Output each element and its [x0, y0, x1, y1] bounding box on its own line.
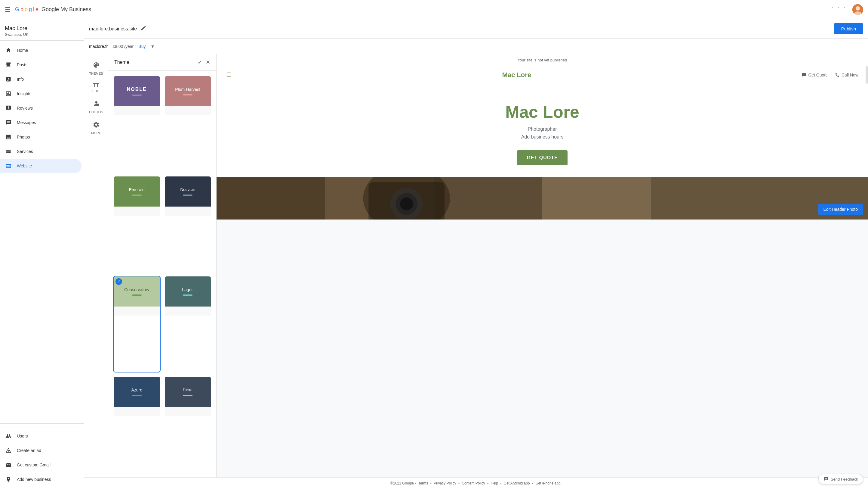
- footer-help-link[interactable]: Help: [491, 481, 498, 485]
- domain-name: maclore.fr: [89, 44, 108, 49]
- info-icon: [5, 76, 12, 83]
- url-bar: mac-lore.business.site Publish: [84, 19, 868, 38]
- sidebar-item-photos[interactable]: Photos: [0, 130, 82, 144]
- sidebar-item-home[interactable]: Home: [0, 43, 82, 58]
- sidebar-item-gmail[interactable]: Get custom Gmail: [0, 458, 82, 472]
- apps-grid-icon[interactable]: ⋮⋮⋮: [830, 6, 847, 13]
- sidebar-label-messages: Messages: [17, 120, 36, 125]
- sidebar-item-users[interactable]: Users: [0, 429, 82, 443]
- sidebar-label-info: Info: [17, 77, 24, 82]
- sidebar-item-add-business[interactable]: Add new business: [0, 472, 82, 487]
- sidebar: Mac Lore Swansea, UK Home Posts: [0, 19, 84, 489]
- site-url: mac-lore.business.site: [89, 26, 137, 32]
- theme-card-azure[interactable]: Azure: [113, 376, 161, 473]
- theme-card-emerald[interactable]: Emerald: [113, 176, 161, 272]
- logo-g2: g: [29, 6, 32, 13]
- theme-close-button[interactable]: ✕: [206, 59, 210, 66]
- preview-cta-button[interactable]: GET QUOTE: [517, 150, 567, 165]
- app-title: Google My Business: [41, 6, 91, 13]
- themes-tool-label: THEMES: [89, 71, 103, 75]
- messages-icon: [5, 119, 12, 126]
- footer-separator-2: -: [430, 481, 433, 485]
- sidebar-item-create-ad[interactable]: Create an ad: [0, 443, 82, 458]
- sidebar-label-users: Users: [17, 434, 28, 438]
- sidebar-item-posts[interactable]: Posts: [0, 58, 82, 72]
- sidebar-item-services[interactable]: Services: [0, 144, 82, 159]
- tool-edit[interactable]: TT EDIT: [85, 80, 107, 95]
- preview-menu-icon[interactable]: ☰: [226, 71, 231, 79]
- footer-separator-4: -: [487, 481, 489, 485]
- preview-subtitle-line2: Add business hours: [521, 133, 564, 141]
- domain-price: £8.00 /year: [113, 44, 133, 49]
- add-business-icon: [5, 476, 12, 483]
- logo-o2: o: [25, 6, 28, 13]
- get-quote-label: Get Quote: [808, 73, 828, 77]
- edit-url-icon[interactable]: [141, 25, 147, 32]
- posts-icon: [5, 61, 12, 68]
- theme-panel: Theme ✓ ✕ NOBLE: [108, 54, 217, 477]
- theme-card-conservatory[interactable]: ✓ Conservatory: [113, 276, 161, 372]
- theme-confirm-button[interactable]: ✓: [197, 59, 202, 66]
- insights-icon: [5, 90, 12, 97]
- photos-tool-label: PHOTOS: [89, 110, 103, 114]
- preview-call-now-link[interactable]: Call Now: [835, 73, 858, 77]
- chevron-down-icon[interactable]: ▼: [150, 44, 155, 49]
- google-logo: Google Google My Business: [15, 6, 91, 13]
- theme-panel-title: Theme: [114, 60, 129, 65]
- sidebar-item-info[interactable]: Info: [0, 72, 82, 86]
- sidebar-divider: [0, 423, 84, 424]
- edit-header-photo-button[interactable]: Edit Header Photo: [818, 204, 863, 215]
- footer-iphone-link[interactable]: Get iPhone app: [535, 481, 560, 485]
- create-ad-icon: [5, 447, 12, 454]
- tool-more[interactable]: MORE: [85, 119, 107, 137]
- sidebar-label-home: Home: [17, 48, 28, 53]
- home-icon: [5, 47, 12, 54]
- sidebar-item-messages[interactable]: Messages: [0, 115, 82, 130]
- theme-card-plum-harvest[interactable]: Plum Harvest: [164, 76, 212, 172]
- publish-button[interactable]: Publish: [834, 23, 863, 34]
- hamburger-icon[interactable]: ☰: [5, 6, 10, 13]
- svg-point-12: [400, 198, 413, 210]
- tool-themes[interactable]: THEMES: [85, 59, 107, 78]
- domain-bar: maclore.fr £8.00 /year Buy ▼: [84, 38, 868, 54]
- preview-nav-links: Get Quote Call Now: [802, 73, 858, 77]
- preview-get-quote-link[interactable]: Get Quote: [802, 73, 828, 77]
- theme-card-nouveau[interactable]: Nouveau: [164, 176, 212, 272]
- theme-grid: NOBLE Plum Harvest: [108, 71, 216, 477]
- header-right: ⋮⋮⋮: [830, 4, 863, 15]
- sidebar-label-posts: Posts: [17, 62, 27, 67]
- avatar[interactable]: [852, 4, 863, 15]
- sidebar-label-create-ad: Create an ad: [17, 448, 41, 453]
- footer-copyright: ©2021 Google: [391, 481, 414, 485]
- preview-business-name: Mac Lore: [505, 102, 579, 122]
- call-now-label: Call Now: [841, 73, 858, 77]
- preview-hero: Mac Lore Photographer Add business hours…: [217, 84, 868, 177]
- footer-terms-link[interactable]: Terms: [418, 481, 428, 485]
- sidebar-item-reviews[interactable]: Reviews: [0, 101, 82, 115]
- preview-subtitle: Photographer Add business hours: [521, 125, 564, 141]
- footer-separator-5: -: [500, 481, 502, 485]
- more-tool-icon: [93, 121, 100, 130]
- theme-card-lagos[interactable]: Lagos: [164, 276, 212, 372]
- sidebar-item-insights[interactable]: Insights: [0, 86, 82, 101]
- sidebar-item-website[interactable]: Website: [0, 159, 82, 173]
- theme-card-noble[interactable]: NOBLE: [113, 76, 161, 172]
- theme-tools: THEMES TT EDIT PHOTOS MORE: [84, 54, 108, 477]
- logo-g: G: [15, 6, 19, 13]
- sidebar-label-photos: Photos: [17, 135, 30, 139]
- tool-photos[interactable]: PHOTOS: [85, 97, 107, 116]
- themes-tool-icon: [93, 61, 100, 70]
- gmail-icon: [5, 461, 12, 468]
- logo-l: l: [33, 6, 34, 13]
- send-feedback-button[interactable]: Send Feedback: [818, 474, 863, 484]
- theme-card-retro[interactable]: Retro: [164, 376, 212, 473]
- footer-android-link[interactable]: Get Android app: [504, 481, 530, 485]
- sidebar-label-insights: Insights: [17, 91, 31, 96]
- logo-o1: o: [21, 6, 24, 13]
- photos-tool-icon: [93, 100, 100, 109]
- footer-separator-6: -: [532, 481, 534, 485]
- buy-link[interactable]: Buy: [138, 44, 146, 49]
- footer-privacy-link[interactable]: Privacy Policy: [434, 481, 456, 485]
- preview-scrollbar[interactable]: [866, 66, 868, 84]
- footer-content-policy-link[interactable]: Content Policy: [462, 481, 485, 485]
